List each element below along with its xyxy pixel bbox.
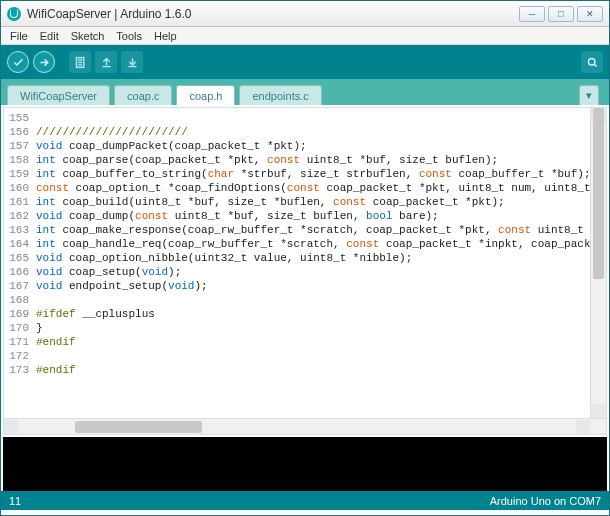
- new-sketch-button[interactable]: [69, 51, 91, 73]
- status-board-port: Arduino Uno on COM7: [490, 495, 601, 507]
- status-line-number: 11: [9, 495, 21, 507]
- tab-bar: WifiCoapServer coap.c coap.h endpoints.c…: [1, 79, 609, 105]
- vertical-scrollbar[interactable]: [590, 108, 606, 418]
- arduino-logo-icon: [7, 7, 21, 21]
- window-titlebar: WifiCoapServer | Arduino 1.6.0 ─ □ ✕: [1, 1, 609, 27]
- code-editor[interactable]: /////////////////////// void coap_dumpPa…: [34, 108, 590, 418]
- svg-point-1: [588, 58, 595, 65]
- scroll-left-arrow-icon[interactable]: [4, 420, 18, 434]
- window-title: WifiCoapServer | Arduino 1.6.0: [27, 7, 519, 21]
- menu-help[interactable]: Help: [149, 30, 182, 42]
- upload-button[interactable]: [33, 51, 55, 73]
- save-sketch-button[interactable]: [121, 51, 143, 73]
- minimize-button[interactable]: ─: [519, 6, 545, 22]
- status-bar: 11 Arduino Uno on COM7: [1, 491, 609, 510]
- maximize-button[interactable]: □: [548, 6, 574, 22]
- horizontal-scrollbar[interactable]: [4, 418, 606, 434]
- tab-wificoapserver[interactable]: WifiCoapServer: [7, 85, 110, 105]
- menu-tools[interactable]: Tools: [111, 30, 147, 42]
- open-sketch-button[interactable]: [95, 51, 117, 73]
- toolbar: [1, 45, 609, 79]
- tab-coap-h[interactable]: coap.h: [176, 85, 235, 105]
- serial-monitor-button[interactable]: [581, 51, 603, 73]
- console-output: [3, 437, 607, 491]
- tab-endpoints-c[interactable]: endpoints.c: [239, 85, 321, 105]
- verify-button[interactable]: [7, 51, 29, 73]
- menu-bar: File Edit Sketch Tools Help: [1, 27, 609, 45]
- close-button[interactable]: ✕: [577, 6, 603, 22]
- horizontal-scroll-thumb[interactable]: [75, 421, 201, 433]
- scroll-right-arrow-icon[interactable]: [576, 420, 590, 434]
- scroll-down-arrow-icon[interactable]: [591, 404, 606, 418]
- vertical-scroll-thumb[interactable]: [593, 108, 604, 279]
- tab-coap-c[interactable]: coap.c: [114, 85, 172, 105]
- editor-pane: 155 156 157 158 159 160 161 162 163 164 …: [3, 107, 607, 435]
- menu-edit[interactable]: Edit: [35, 30, 64, 42]
- menu-sketch[interactable]: Sketch: [66, 30, 110, 42]
- menu-file[interactable]: File: [5, 30, 33, 42]
- window-controls: ─ □ ✕: [519, 6, 603, 22]
- tab-dropdown-button[interactable]: ▾: [579, 85, 599, 105]
- line-number-gutter: 155 156 157 158 159 160 161 162 163 164 …: [4, 108, 34, 418]
